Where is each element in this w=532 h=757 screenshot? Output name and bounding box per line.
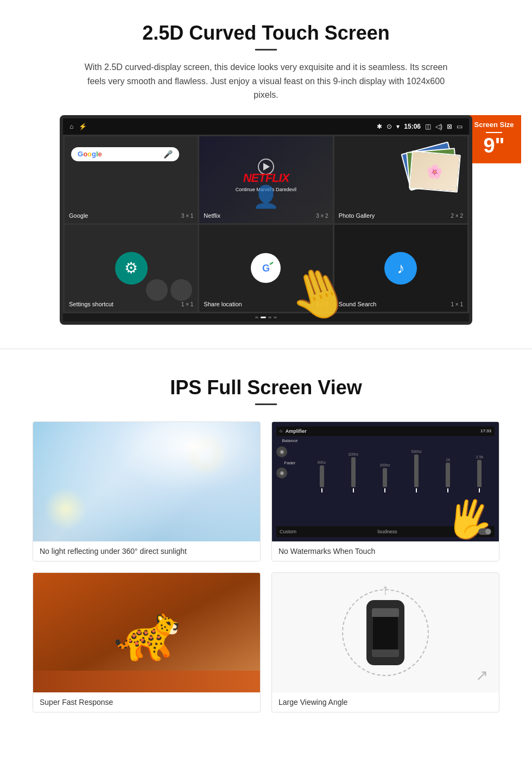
eq-bar-100hz[interactable]: 100hz xyxy=(338,452,368,493)
sound-search-size: 1 × 1 xyxy=(451,301,463,307)
amp-fader-label: Fader xyxy=(276,460,303,465)
bluetooth-icon: ✱ xyxy=(377,123,382,130)
eq-slider[interactable] xyxy=(416,488,417,493)
eq-bar xyxy=(446,463,450,487)
cheetah-caption: Super Fast Response xyxy=(33,692,260,712)
volume-knob-icon: ◉ xyxy=(280,449,284,455)
sound-search-app-cell[interactable]: ♪ Sound Search 1 × 1 xyxy=(334,225,467,312)
eq-label: 200hz xyxy=(379,463,390,467)
screen-size-value: 9" xyxy=(471,135,517,156)
title-divider xyxy=(255,49,277,51)
settings-label: Settings shortcut xyxy=(69,301,113,307)
music-note-icon: ♪ xyxy=(397,260,404,277)
eq-bar-200hz[interactable]: 200hz xyxy=(370,463,400,493)
usb-icon: ⚡ xyxy=(79,123,87,130)
eq-bar-60hz[interactable]: 60hz xyxy=(307,460,337,493)
google-search-bar[interactable]: Google 🎤 xyxy=(71,147,179,161)
status-bar: ⌂ ⚡ ✱ ⊙ ▾ 15:06 ◫ ◁) ⊠ ▭ xyxy=(63,118,469,135)
eq-bar xyxy=(383,468,387,487)
ips-fullscreen-section: IPS Full Screen View No light reflecting… xyxy=(0,355,532,734)
eq-bar-2k5[interactable]: 2.5k xyxy=(465,455,495,493)
google-label: Google xyxy=(69,212,88,219)
fader-knob-icon: ◉ xyxy=(280,470,284,476)
feature-card-amplifier: ⌂ Amplifier 17:33 Balance ◉ Fader ◉ xyxy=(271,421,499,562)
device-mockup: Screen Size 9" ⌂ ⚡ ✱ ⊙ ▾ 15:06 ◫ ◁) ⊠ xyxy=(60,115,472,325)
eq-bar-500hz[interactable]: 500hz xyxy=(402,450,432,493)
toggle-knob xyxy=(485,529,491,534)
sound-search-icon: ♪ xyxy=(384,252,417,285)
car-bg-area: ↑ ↗ xyxy=(272,573,499,692)
window-icon[interactable]: ▭ xyxy=(457,123,463,130)
eq-slider[interactable] xyxy=(384,488,385,493)
location-icon: ⊙ xyxy=(387,123,392,130)
gallery-label: Photo Gallery xyxy=(339,212,375,219)
car-roof xyxy=(373,611,398,654)
netflix-app-cell[interactable]: NETFLIX Continue Marvel's Daredevil 👤 Ne… xyxy=(199,136,332,223)
car-body-container xyxy=(366,600,404,665)
eq-slider[interactable] xyxy=(353,488,354,493)
amplifier-image: ⌂ Amplifier 17:33 Balance ◉ Fader ◉ xyxy=(272,422,499,541)
eq-label: 500hz xyxy=(411,450,422,453)
settings-app-cell[interactable]: ⚙ Settings shortcut 1 × 1 xyxy=(65,225,198,312)
status-right: ✱ ⊙ ▾ 15:06 ◫ ◁) ⊠ ▭ xyxy=(377,123,463,130)
home-icon[interactable]: ⌂ xyxy=(69,123,73,130)
google-maps-icon: G xyxy=(251,253,281,283)
section1-description: With 2.5D curved-display screen, this de… xyxy=(76,60,456,102)
settings-ghost-2 xyxy=(170,279,192,301)
cheetah-image: 🐆 xyxy=(33,573,260,692)
equalizer: 60hz 100hz 200hz xyxy=(307,438,495,493)
badge-divider xyxy=(486,132,502,133)
dot-4 xyxy=(274,317,277,318)
amp-volume-knob[interactable]: ◉ xyxy=(276,446,287,457)
amp-main-area: Balance ◉ Fader ◉ 60hz xyxy=(276,438,495,526)
eq-label: 1k xyxy=(446,458,450,462)
eq-label: 2.5k xyxy=(476,455,483,459)
amp-home-icon: ⌂ xyxy=(280,428,282,433)
amp-status-bar: ⌂ Amplifier 17:33 xyxy=(276,426,495,436)
google-app-cell[interactable]: Google 🎤 Google 3 × 1 xyxy=(65,136,198,223)
netflix-person-silhouette: 👤 xyxy=(252,184,280,210)
curved-touch-screen-section: 2.5D Curved Touch Screen With 2.5D curve… xyxy=(0,0,532,343)
photo-stack: 🌸 xyxy=(402,144,462,199)
camera-icon: ◫ xyxy=(425,123,431,130)
amp-fader-knob[interactable]: ◉ xyxy=(276,468,287,478)
amp-title: Amplifier xyxy=(286,428,307,434)
clock: 15:06 xyxy=(404,123,421,130)
section2-divider xyxy=(255,403,277,405)
eq-bar xyxy=(477,460,482,487)
eq-slider[interactable] xyxy=(479,488,480,493)
page-indicator xyxy=(63,313,469,321)
screen-size-label: Screen Size xyxy=(474,121,514,129)
car-front-windshield xyxy=(372,608,399,617)
car-angle-circle xyxy=(342,589,429,676)
amp-time: 17:33 xyxy=(480,428,491,433)
amp-custom-btn[interactable]: Custom xyxy=(280,529,296,534)
photo-item-3: 🌸 xyxy=(409,150,461,193)
settings-ghost-1 xyxy=(146,279,168,301)
maps-svg: G xyxy=(258,260,274,276)
microphone-icon[interactable]: 🎤 xyxy=(163,150,173,159)
close-icon[interactable]: ⊠ xyxy=(447,123,452,130)
eq-slider[interactable] xyxy=(447,488,448,493)
sunlight-image xyxy=(33,422,260,541)
eq-label: 100hz xyxy=(348,452,358,456)
loudness-toggle[interactable] xyxy=(478,528,491,535)
share-location-app-cell[interactable]: G 🤚 Share location 1 × 1 xyxy=(199,225,332,312)
eq-bar xyxy=(351,457,356,487)
feature-card-car: ↑ ↗ Large Viewing Angle xyxy=(271,572,499,712)
dot-2-active xyxy=(261,317,266,318)
volume-icon[interactable]: ◁) xyxy=(435,123,442,130)
settings-gear-icon: ⚙ xyxy=(115,252,148,285)
netflix-size: 3 × 2 xyxy=(316,213,328,219)
sunlight-caption: No light reflecting under 360° direct su… xyxy=(33,541,260,561)
gear-symbol: ⚙ xyxy=(124,259,138,277)
gallery-app-cell[interactable]: 🌸 Photo Gallery 2 × 2 xyxy=(334,136,467,223)
eq-bar xyxy=(320,465,324,487)
eq-slider[interactable] xyxy=(321,488,322,493)
netflix-label: Netflix xyxy=(204,212,220,219)
car-caption: Large Viewing Angle xyxy=(272,692,499,712)
section1-title: 2.5D Curved Touch Screen xyxy=(33,22,499,45)
eq-bar-1k[interactable]: 1k xyxy=(433,458,463,493)
settings-size: 1 × 1 xyxy=(181,301,194,307)
settings-bg-icons xyxy=(146,279,192,301)
